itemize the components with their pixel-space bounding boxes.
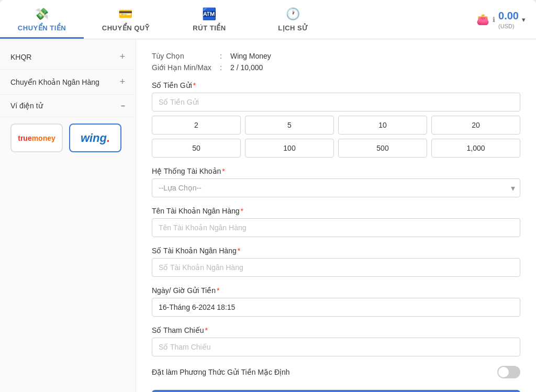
chuyen-khoan-plus-icon: + — [119, 76, 125, 87]
label-so-tham-chieu: Số Tham Chiếu* — [152, 326, 520, 334]
tab-lich-su[interactable]: 🕐 LỊCH SỬ — [251, 0, 335, 39]
select-he-thong[interactable]: --Lựa Chọn-- — [152, 178, 520, 197]
rut-tien-icon: 🏧 — [202, 7, 217, 21]
tab-chuyen-tien[interactable]: 💸 CHUYỂN TIỀN — [0, 0, 84, 39]
field-group-he-thong: Hệ Thống Tài Khoản* --Lựa Chọn-- ▾ — [152, 167, 520, 197]
field-group-so-tien-gui: Số Tiền Gửi* 2 5 10 20 50 100 500 1,000 — [152, 81, 520, 158]
meta-value-gioi-han: 2 / 10,000 — [230, 63, 263, 72]
field-group-so-tai-khoan: Số Tài Khoản Ngân Hàng* — [152, 247, 520, 277]
field-group-so-tham-chieu: Số Tham Chiếu* — [152, 326, 520, 356]
vi-dien-tu-label: Ví điện tử — [10, 102, 43, 110]
toggle-switch-mac-dinh[interactable] — [497, 366, 520, 378]
amount-presets: 2 5 10 20 50 100 500 1,000 — [152, 116, 520, 158]
preset-btn-500[interactable]: 500 — [338, 139, 427, 158]
form-meta: Tùy Chọn : Wing Money Giới Hạn Min/Max :… — [152, 52, 520, 72]
wallet-card-wing[interactable]: wing. — [69, 124, 121, 152]
field-group-ten-tai-khoan: Tên Tài Khoản Ngân Hàng* — [152, 207, 520, 237]
sidebar: KHQR + Chuyển Khoản Ngân Hàng + Ví điện … — [0, 39, 136, 392]
meta-value-tuy-chon: Wing Money — [230, 52, 271, 60]
meta-row-tuy-chon: Tùy Chọn : Wing Money — [152, 52, 520, 60]
tab-chuyen-quy-label: CHUYỂN QUỸ — [102, 24, 149, 32]
label-ten-tai-khoan: Tên Tài Khoản Ngân Hàng* — [152, 207, 520, 215]
meta-colon-0: : — [220, 52, 230, 60]
wallet-icon: 👛 — [476, 13, 489, 26]
select-wrapper-he-thong: --Lựa Chọn-- ▾ — [152, 178, 520, 197]
tab-lich-su-label: LỊCH SỬ — [278, 24, 308, 32]
preset-btn-2[interactable]: 2 — [152, 116, 241, 135]
chuyen-quy-icon: 💳 — [118, 7, 133, 21]
meta-colon-1: : — [220, 63, 230, 72]
deposit-button[interactable]: DEPOSIT — [152, 390, 520, 392]
tab-rut-tien-label: RÚT TIỀN — [193, 24, 226, 32]
chuyen-tien-icon: 💸 — [35, 7, 49, 21]
sidebar-item-khqr[interactable]: KHQR + — [0, 44, 136, 70]
balance-area: 👛 ℹ 0.00 (USD) ▾ — [466, 0, 536, 39]
content-area: KHQR + Chuyển Khoản Ngân Hàng + Ví điện … — [0, 39, 536, 392]
field-group-ngay-gio: Ngày/ Giờ Gửi Tiền* — [152, 286, 520, 317]
sidebar-item-vi-dien-tu[interactable]: Ví điện tử − — [0, 95, 136, 117]
meta-label-gioi-han: Giới Hạn Min/Max — [152, 63, 220, 72]
chuyen-khoan-label: Chuyển Khoản Ngân Hàng — [10, 78, 99, 86]
balance-amount: 0.00 — [498, 10, 519, 22]
input-ngay-gio[interactable] — [152, 298, 520, 317]
khqr-plus-icon: + — [119, 51, 125, 62]
info-icon[interactable]: ℹ — [493, 16, 495, 24]
input-so-tai-khoan[interactable] — [152, 258, 520, 277]
preset-btn-50[interactable]: 50 — [152, 139, 241, 158]
top-navigation: 💸 CHUYỂN TIỀN 💳 CHUYỂN QUỸ 🏧 RÚT TIỀN 🕐 … — [0, 0, 536, 39]
sidebar-item-chuyen-khoan[interactable]: Chuyển Khoản Ngân Hàng + — [0, 70, 136, 95]
label-he-thong: Hệ Thống Tài Khoản* — [152, 167, 520, 175]
input-so-tien-gui[interactable] — [152, 93, 520, 111]
lich-su-icon: 🕐 — [286, 7, 300, 21]
toggle-row-mac-dinh: Đặt làm Phương Thức Gửi Tiền Mặc Định — [152, 366, 520, 378]
toggle-label-mac-dinh: Đặt làm Phương Thức Gửi Tiền Mặc Định — [152, 368, 290, 376]
input-so-tham-chieu[interactable] — [152, 338, 520, 356]
wallet-options: truemoney wing. — [0, 117, 136, 159]
khqr-label: KHQR — [10, 53, 31, 61]
preset-btn-5[interactable]: 5 — [245, 116, 334, 135]
vi-dien-tu-minus-icon: − — [121, 102, 125, 110]
preset-btn-100[interactable]: 100 — [245, 139, 334, 158]
label-so-tai-khoan: Số Tài Khoản Ngân Hàng* — [152, 247, 520, 255]
main-form: Tùy Chọn : Wing Money Giới Hạn Min/Max :… — [136, 39, 536, 392]
preset-btn-10[interactable]: 10 — [338, 116, 427, 135]
balance-currency: (USD) — [498, 23, 519, 29]
meta-label-tuy-chon: Tùy Chọn — [152, 52, 220, 60]
balance-chevron-icon[interactable]: ▾ — [522, 16, 526, 24]
label-ngay-gio: Ngày/ Giờ Gửi Tiền* — [152, 286, 520, 295]
preset-btn-20[interactable]: 20 — [431, 116, 520, 135]
input-ten-tai-khoan[interactable] — [152, 218, 520, 237]
label-so-tien-gui: Số Tiền Gửi* — [152, 81, 520, 89]
preset-btn-1000[interactable]: 1,000 — [431, 139, 520, 158]
tab-chuyen-tien-label: CHUYỂN TIỀN — [18, 24, 66, 32]
wallet-card-truemoney[interactable]: truemoney — [10, 124, 63, 152]
meta-row-gioi-han: Giới Hạn Min/Max : 2 / 10,000 — [152, 63, 520, 72]
tab-rut-tien[interactable]: 🏧 RÚT TIỀN — [168, 0, 251, 39]
tab-chuyen-quy[interactable]: 💳 CHUYỂN QUỸ — [84, 0, 168, 39]
